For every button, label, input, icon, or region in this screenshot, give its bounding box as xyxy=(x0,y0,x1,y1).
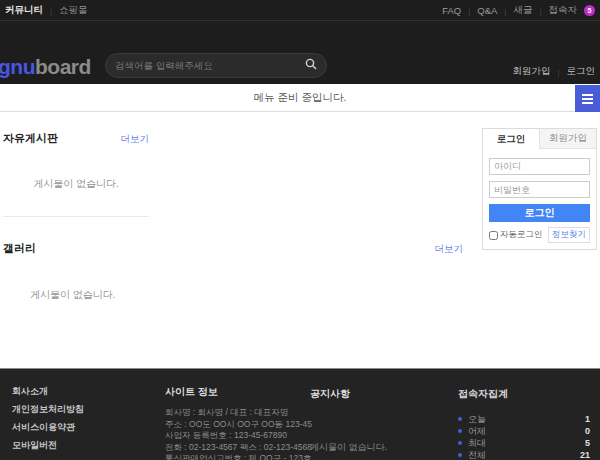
header-link-login[interactable]: 로그인 xyxy=(567,65,596,78)
separator xyxy=(468,5,470,16)
visitor-stat-label: 전체 xyxy=(468,449,486,460)
topbar-link-qna[interactable]: Q&A xyxy=(477,5,497,16)
topbar-link-visitors[interactable]: 접속자 xyxy=(549,4,578,17)
login-password-field[interactable] xyxy=(489,181,590,198)
search-input[interactable] xyxy=(115,60,305,71)
visitor-stats-title: 접속자집계 xyxy=(458,387,590,401)
menu-bar: 메뉴 준비 중입니다. xyxy=(0,84,600,112)
site-info-phone-line: 전화 : 02-123-4567 팩스 : 02-123-4568 xyxy=(165,442,312,454)
top-utility-bar: 커뮤니티 쇼핑몰 FAQ Q&A 새글 접속자 5 xyxy=(0,0,600,20)
main-content: 자유게시판 더보기 게시물이 없습니다. 갤러리 더보기 게시물이 없습니다. … xyxy=(0,112,600,368)
site-footer: 회사소개 개인정보처리방침 서비스이용약관 모바일버전 사이트 정보 회사명 :… xyxy=(0,368,600,460)
tab-login[interactable]: 로그인 xyxy=(483,129,539,149)
auto-login-label: 자동로그인 xyxy=(500,229,543,241)
footer-visitor-stats: 접속자집계 오늘 1 어제 0 최대 5 전체 21 xyxy=(458,387,590,460)
login-submit-button[interactable]: 로그인 xyxy=(489,204,590,222)
bullet-icon xyxy=(458,417,462,421)
visitor-count-badge: 5 xyxy=(584,5,595,16)
search-bar xyxy=(105,53,327,78)
login-widget-tabs: 로그인 회원가입 xyxy=(483,129,596,149)
bullet-icon xyxy=(458,441,462,445)
visitor-stat-value: 1 xyxy=(585,414,590,424)
topbar-link-community[interactable]: 커뮤니티 xyxy=(5,4,43,17)
tab-signup[interactable]: 회원가입 xyxy=(539,129,596,149)
more-link-gallery[interactable]: 더보기 xyxy=(435,243,464,256)
bullet-icon xyxy=(458,453,462,457)
visitor-stat-value: 21 xyxy=(580,450,590,460)
footer-link-mobile[interactable]: 모바일버전 xyxy=(12,439,84,452)
find-info-link[interactable]: 정보찾기 xyxy=(548,227,590,243)
notice-empty-message: 게시물이 없습니다. xyxy=(310,441,387,454)
latest-board-widget-gallery: 갤러리 더보기 게시물이 없습니다. xyxy=(3,217,463,302)
visitor-stat-row-today: 오늘 1 xyxy=(458,413,590,425)
empty-message-gallery: 게시물이 없습니다. xyxy=(30,288,463,302)
site-info-title: 사이트 정보 xyxy=(165,385,312,399)
separator xyxy=(50,5,52,16)
more-link-free-board[interactable]: 더보기 xyxy=(121,133,150,146)
separator xyxy=(504,5,506,16)
site-info-ecommerce-number-line: 통신판매업신고번호 : 제 OO구 - 123호 xyxy=(165,453,312,460)
empty-message-free-board: 게시물이 없습니다. xyxy=(3,177,149,191)
header-link-signup[interactable]: 회원가입 xyxy=(512,65,550,78)
section-title-gallery: 갤러리 xyxy=(3,241,36,256)
visitor-stat-row-total: 전체 21 xyxy=(458,449,590,460)
header-member-links: 회원가입 로그인 xyxy=(512,65,595,78)
login-id-field[interactable] xyxy=(489,158,590,175)
latest-board-widget-free: 자유게시판 더보기 게시물이 없습니다. xyxy=(3,112,149,217)
separator xyxy=(539,5,541,16)
site-logo[interactable]: gnuboard xyxy=(0,55,91,79)
visitor-stat-row-max: 최대 5 xyxy=(458,437,590,449)
footer-links: 회사소개 개인정보처리방침 서비스이용약관 모바일버전 xyxy=(12,385,84,457)
hamburger-icon xyxy=(582,94,593,104)
menu-placeholder-text: 메뉴 준비 중입니다. xyxy=(254,91,347,105)
footer-link-company[interactable]: 회사소개 xyxy=(12,385,84,398)
auto-login-option: 자동로그인 xyxy=(489,229,543,241)
search-button[interactable] xyxy=(305,58,317,73)
auto-login-checkbox[interactable] xyxy=(489,231,498,240)
separator xyxy=(557,66,559,77)
topbar-link-new-posts[interactable]: 새글 xyxy=(513,4,532,17)
footer-link-privacy[interactable]: 개인정보처리방침 xyxy=(12,403,84,416)
visitor-stat-row-yesterday: 어제 0 xyxy=(458,425,590,437)
footer-link-terms[interactable]: 서비스이용약관 xyxy=(12,421,84,434)
bullet-icon xyxy=(458,429,462,433)
topbar-right-links: FAQ Q&A 새글 접속자 5 xyxy=(442,4,595,17)
visitor-stat-value: 5 xyxy=(585,438,590,448)
topbar-link-faq[interactable]: FAQ xyxy=(442,5,461,16)
site-info-company-line: 회사명 : 회사명 / 대표 : 대표자명 xyxy=(165,407,312,419)
visitor-stat-value: 0 xyxy=(585,426,590,436)
site-info-business-number-line: 사업자 등록번호 : 123-45-67890 xyxy=(165,430,312,442)
footer-site-info: 사이트 정보 회사명 : 회사명 / 대표 : 대표자명 주소 : OO도 OO… xyxy=(165,385,312,460)
notice-title: 공지사항 xyxy=(310,387,387,401)
search-icon xyxy=(305,58,317,73)
logo-text-gnu: gnu xyxy=(0,55,35,78)
site-header: gnuboard 회원가입 로그인 xyxy=(0,20,600,84)
all-menu-button[interactable] xyxy=(575,85,600,112)
site-info-address-line: 주소 : OO도 OO시 OO구 OO동 123-45 xyxy=(165,419,312,431)
footer-notice: 공지사항 게시물이 없습니다. xyxy=(310,387,387,454)
section-title-free-board: 자유게시판 xyxy=(3,131,58,146)
logo-text-board: board xyxy=(35,55,91,78)
login-widget: 로그인 회원가입 로그인 자동로그인 정보찾기 xyxy=(482,128,597,250)
topbar-link-shop[interactable]: 쇼핑몰 xyxy=(59,4,88,17)
